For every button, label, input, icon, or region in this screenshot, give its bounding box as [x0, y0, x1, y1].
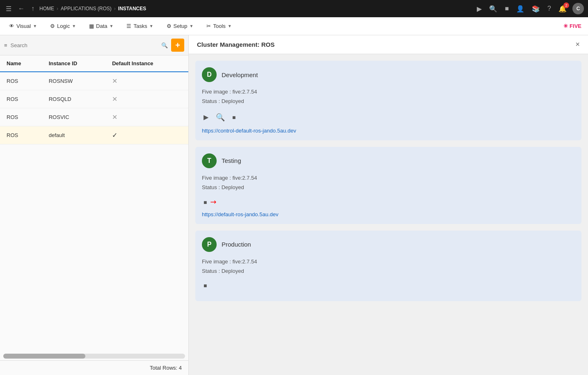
- five-logo-star: ✳: [563, 23, 568, 29]
- toolbar-setup[interactable]: ⚙ Setup ▼: [164, 21, 196, 31]
- close-button[interactable]: ×: [575, 40, 580, 49]
- top-navbar: ☰ ← ↑ HOME › APPLICATIONS (ROS) › INSTAN…: [0, 0, 588, 17]
- cell-name: ROS: [0, 108, 42, 126]
- horizontal-scrollbar[interactable]: [3, 354, 185, 359]
- table-row[interactable]: ROSROSNSW✕: [0, 72, 188, 90]
- env-status: Status : Deployed: [202, 96, 575, 106]
- env-avatar-dev: D: [202, 67, 217, 82]
- stop-button-dev[interactable]: ■: [231, 112, 237, 122]
- avatar[interactable]: C: [572, 3, 584, 14]
- hamburger-icon[interactable]: ☰: [4, 3, 13, 14]
- cell-name: ROS: [0, 126, 42, 144]
- toolbar-data[interactable]: ▦ Data ▼: [87, 21, 116, 31]
- env-card-header: DDevelopment: [202, 67, 575, 82]
- search-nav-icon[interactable]: 🔍: [487, 3, 499, 14]
- visual-label: Visual: [16, 23, 31, 29]
- env-card-dev: DDevelopmentFive image : five:2.7.54Stat…: [195, 61, 581, 140]
- stop-button-prod[interactable]: ■: [202, 281, 208, 290]
- data-icon: ▦: [89, 23, 94, 29]
- cell-name: ROS: [0, 90, 42, 108]
- search-magnifier-icon[interactable]: 🔍: [161, 42, 168, 48]
- cell-instance-id: ROSQLD: [42, 90, 105, 108]
- toolbar-logic[interactable]: ⚙ Logic ▼: [48, 21, 78, 31]
- env-card-header: TTesting: [202, 153, 575, 168]
- col-instance-id: Instance ID: [42, 55, 105, 72]
- table-row[interactable]: ROSROSQLD✕: [0, 90, 188, 108]
- add-button[interactable]: +: [171, 39, 184, 52]
- tasks-icon: ☰: [126, 23, 131, 29]
- cell-instance-id: ROSNSW: [42, 72, 105, 90]
- visual-icon: 👁: [9, 23, 14, 29]
- env-name-prod: Production: [222, 241, 251, 248]
- env-status: Status : Deployed: [202, 183, 575, 192]
- breadcrumb-home[interactable]: HOME: [39, 6, 54, 11]
- setup-label: Setup: [174, 23, 188, 29]
- env-avatar-prod: P: [202, 237, 217, 252]
- env-link-dev[interactable]: https://control-default-ros-jando.5au.de…: [202, 128, 296, 134]
- search-icon: ≡: [4, 42, 7, 48]
- instances-table-container: Name Instance ID Default Instance ROSROS…: [0, 55, 188, 352]
- stop-button-test[interactable]: ■: [202, 197, 208, 207]
- tools-arrow: ▼: [228, 24, 232, 28]
- env-info-test: Five image : five:2.7.54Status : Deploye…: [202, 173, 575, 192]
- instances-table: Name Instance ID Default Instance ROSROS…: [0, 55, 188, 144]
- cell-default-instance: ✕: [105, 90, 188, 108]
- back-icon[interactable]: ←: [16, 3, 26, 14]
- play-button-dev[interactable]: ▶: [202, 112, 210, 123]
- table-row[interactable]: ROSROSVIC✕: [0, 108, 188, 126]
- toolbar-visual[interactable]: 👁 Visual ▼: [7, 21, 39, 31]
- toolbar-tasks[interactable]: ☰ Tasks ▼: [124, 21, 156, 31]
- logic-icon: ⚙: [50, 23, 55, 29]
- up-icon[interactable]: ↑: [30, 3, 36, 14]
- stop-icon[interactable]: ■: [503, 3, 510, 14]
- book-icon[interactable]: 📚: [530, 3, 542, 14]
- x-icon: ✕: [112, 78, 117, 85]
- notification-badge: 2: [563, 2, 569, 8]
- env-five-image: Five image : five:2.7.54: [202, 87, 575, 96]
- env-card-header: PProduction: [202, 237, 575, 252]
- toolbar: 👁 Visual ▼ ⚙ Logic ▼ ▦ Data ▼ ☰ Tasks ▼ …: [0, 17, 588, 35]
- cell-default-instance: ✕: [105, 108, 188, 126]
- table-row[interactable]: ROSdefault✓: [0, 126, 188, 144]
- env-name-test: Testing: [222, 157, 241, 164]
- data-label: Data: [96, 23, 107, 29]
- setup-icon: ⚙: [167, 23, 172, 29]
- toolbar-left: 👁 Visual ▼ ⚙ Logic ▼ ▦ Data ▼ ☰ Tasks ▼ …: [7, 21, 234, 31]
- logic-label: Logic: [57, 23, 70, 29]
- search-input[interactable]: [11, 42, 158, 48]
- table-header-row: Name Instance ID Default Instance: [0, 55, 188, 72]
- cell-default-instance: ✕: [105, 72, 188, 90]
- setup-arrow: ▼: [190, 24, 194, 28]
- scrollbar-thumb: [3, 354, 85, 359]
- tasks-arrow: ▼: [149, 24, 153, 28]
- tools-icon: ✂: [206, 23, 211, 29]
- top-nav-right: ▶ 🔍 ■ 👤 📚 ? 🔔 2 C: [475, 3, 584, 14]
- cell-instance-id: default: [42, 126, 105, 144]
- help-icon[interactable]: ?: [546, 3, 553, 14]
- visual-arrow: ▼: [33, 24, 37, 28]
- cell-name: ROS: [0, 72, 42, 90]
- env-actions-prod: ■: [202, 281, 575, 290]
- env-link-test[interactable]: https://default-ros-jando.5au.dev: [202, 211, 278, 217]
- toolbar-tools[interactable]: ✂ Tools ▼: [204, 21, 234, 31]
- main-layout: ≡ 🔍 + Name Instance ID Default Instance …: [0, 35, 588, 375]
- table-footer: Total Rows: 4: [0, 360, 188, 375]
- left-panel: ≡ 🔍 + Name Instance ID Default Instance …: [0, 35, 189, 375]
- cell-default-instance: ✓: [105, 126, 188, 144]
- breadcrumb-instances[interactable]: INSTANCES: [118, 6, 146, 11]
- env-avatar-test: T: [202, 153, 217, 168]
- env-actions-test: ■↙: [202, 197, 575, 207]
- breadcrumb: HOME › APPLICATIONS (ROS) › INSTANCES: [39, 6, 472, 11]
- total-rows-label: Total Rows: 4: [150, 365, 182, 371]
- notification-icon[interactable]: 🔔 2: [557, 3, 568, 14]
- env-card-prod: PProductionFive image : five:2.7.54Statu…: [195, 231, 581, 302]
- user-icon[interactable]: 👤: [515, 3, 526, 14]
- search-button-dev[interactable]: 🔍: [214, 111, 227, 123]
- right-panel: Cluster Management: ROS × DDevelopmentFi…: [189, 35, 588, 375]
- play-icon[interactable]: ▶: [475, 3, 483, 14]
- breadcrumb-applications[interactable]: APPLICATIONS (ROS): [61, 6, 112, 11]
- env-name-dev: Development: [222, 71, 258, 78]
- data-arrow: ▼: [110, 24, 114, 28]
- red-arrow-icon: ↙: [208, 197, 219, 207]
- five-logo-text: FIVE: [570, 23, 581, 29]
